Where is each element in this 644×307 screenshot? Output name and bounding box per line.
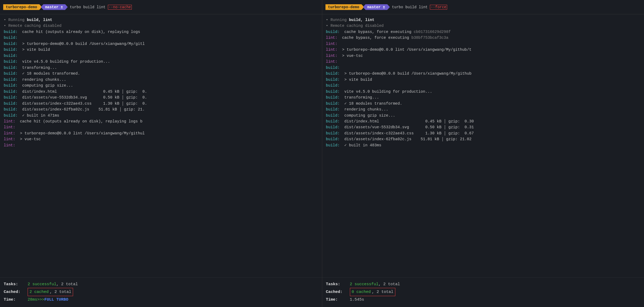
- left-line-4: build:: [4, 35, 318, 41]
- left-line-18: lint: cache hit (outputs already on disk…: [4, 118, 318, 124]
- left-tasks-green: 2 successful: [28, 281, 56, 288]
- left-line-17: build: ✓ built in 471ms: [4, 113, 318, 118]
- right-line-3: build: cache bypass, force executing cb0…: [326, 29, 641, 35]
- right-footer-cached: Cached: 0 cached, 2 total: [326, 288, 641, 296]
- left-turbo-text: FULL TURBO: [44, 296, 68, 303]
- right-cached-value: 0 cached, 2 total: [350, 288, 395, 296]
- right-tasks-label: Tasks:: [326, 281, 350, 288]
- left-line-1: • Running build, lint: [4, 17, 318, 23]
- right-line-14: build: transforming...: [326, 95, 641, 100]
- right-tab-item: turborepo-demo master ± turbo build lint…: [325, 4, 447, 10]
- left-line-6: build: > vite build: [4, 47, 318, 53]
- right-cached-rest: , 2 total: [372, 288, 393, 296]
- left-time-value: 28ms >>> FULL TURBO: [28, 296, 68, 303]
- right-line-20: build: dist/assets/index-c322ae43.css 1.…: [326, 130, 641, 136]
- left-footer-cached: Cached: 2 cached, 2 total: [4, 288, 318, 296]
- left-cached-value: 2 cached, 2 total: [28, 288, 73, 296]
- right-line-8: lint:: [326, 59, 641, 65]
- left-cached-label: Cached:: [4, 288, 28, 296]
- right-line-19: build: dist/assets/vue-5532db34.svg 0.50…: [326, 124, 641, 130]
- right-cached-green: 0 cached: [352, 288, 371, 296]
- left-line-22: lint:: [4, 142, 318, 148]
- right-tab-bar: turborepo-demo master ± turbo build lint…: [322, 0, 644, 14]
- right-footer-tasks: Tasks: 2 successful, 2 total: [326, 281, 641, 288]
- left-line-19: lint:: [4, 124, 318, 130]
- right-line-10: build: > turborepo-demo@0.0.0 build /Use…: [326, 71, 641, 76]
- left-line-14: build: dist/assets/vue-5532db34.svg 0.50…: [4, 95, 318, 100]
- right-line-11: build: > vite build: [326, 77, 641, 83]
- right-line-7: lint: > vue-tsc: [326, 53, 641, 59]
- right-branch-name: master ±: [363, 4, 390, 10]
- left-line-21: lint: > vue-tsc: [4, 136, 318, 142]
- left-cached-box: 2 cached, 2 total: [28, 288, 73, 296]
- left-footer-tasks: Tasks: 2 successful, 2 total: [4, 281, 318, 288]
- left-cached-green: 2 cached: [29, 288, 49, 296]
- right-flag: --force: [430, 5, 447, 10]
- right-line-12: build:: [326, 83, 641, 88]
- right-command: turbo build lint --force: [392, 5, 447, 9]
- left-time-ms: 28ms: [28, 296, 37, 303]
- left-tasks-value: 2 successful, 2 total: [28, 281, 78, 288]
- left-footer-time: Time: 28ms >>> FULL TURBO: [4, 296, 318, 303]
- right-time-value: 1.545s: [350, 296, 364, 303]
- left-line-7: build:: [4, 53, 318, 59]
- left-branch-name: master ±: [41, 4, 68, 10]
- right-line-18: build: dist/index.html 0.45 kB │ gzip: 0…: [326, 118, 641, 124]
- right-line-16: build: rendering chunks...: [326, 106, 641, 112]
- left-time-arrow: >>>: [37, 296, 44, 303]
- right-footer: Tasks: 2 successful, 2 total Cached: 0 c…: [322, 277, 644, 307]
- right-line-9: build:: [326, 65, 641, 71]
- right-tasks-value: 2 successful, 2 total: [350, 281, 400, 288]
- right-terminal: turborepo-demo master ± turbo build lint…: [322, 0, 644, 307]
- left-tab-item: turborepo-demo master ± turbo build lint…: [3, 4, 132, 10]
- right-content: • Running build, lint • Remote caching d…: [322, 14, 644, 277]
- right-tasks-rest: , 2 total: [379, 281, 400, 288]
- left-footer: Tasks: 2 successful, 2 total Cached: 2 c…: [0, 277, 322, 307]
- left-tasks-label: Tasks:: [4, 281, 28, 288]
- right-tasks-green: 2 successful: [350, 281, 379, 288]
- right-line-2: • Remote caching disabled: [326, 23, 641, 29]
- right-footer-time: Time: 1.545s: [326, 296, 641, 303]
- right-line-17: build: computing gzip size...: [326, 113, 641, 118]
- right-line-22: build: ✓ built in 483ms: [326, 142, 641, 148]
- left-command: turbo build lint --no-cache: [70, 5, 132, 9]
- left-line-5: build: > turborepo-demo@0.0.0 build /Use…: [4, 41, 318, 47]
- left-line-9: build: transforming...: [4, 65, 318, 71]
- right-line-15: build: ✓ 18 modules transformed.: [326, 101, 641, 106]
- left-flag: --no-cache: [108, 5, 132, 10]
- right-line-21: build: dist/assets/index-62fba02c.js 51.…: [326, 136, 641, 142]
- left-line-3: build: cache hit (outputs already on dis…: [4, 29, 318, 35]
- left-line-11: build: rendering chunks...: [4, 77, 318, 83]
- left-line-8: build: vite v4.5.0 building for producti…: [4, 59, 318, 65]
- left-tasks-rest: , 2 total: [56, 281, 78, 288]
- right-cached-label: Cached:: [326, 288, 350, 296]
- right-line-6: lint: > turborepo-demo@0.0.0 lint /Users…: [326, 47, 641, 53]
- left-line-16: build: dist/assets/index-62fba02c.js 51.…: [4, 106, 318, 112]
- left-line-15: build: dist/assets/index-c322ae43.css 1.…: [4, 101, 318, 106]
- left-line-2: • Remote caching disabled: [4, 23, 318, 29]
- left-line-13: build: dist/index.html 0.45 kB │ gzip: 0…: [4, 89, 318, 95]
- terminals-container: turborepo-demo master ± turbo build lint…: [0, 0, 644, 307]
- right-line-1: • Running build, lint: [326, 17, 641, 23]
- right-time-label: Time:: [326, 296, 350, 303]
- left-line-20: lint: > turborepo-demo@0.0.0 lint /Users…: [4, 130, 318, 136]
- left-line-12: build: computing gzip size...: [4, 83, 318, 88]
- left-line-10: build: ✓ 18 modules transformed.: [4, 71, 318, 76]
- left-cached-rest: , 2 total: [50, 288, 71, 296]
- right-line-4: lint: cache bypass, force executing b38b…: [326, 35, 641, 41]
- left-repo-name: turborepo-demo: [3, 4, 42, 10]
- left-time-label: Time:: [4, 296, 28, 303]
- left-tab-bar: turborepo-demo master ± turbo build lint…: [0, 0, 322, 14]
- right-line-13: build: vite v4.5.0 building for producti…: [326, 89, 641, 95]
- right-repo-name: turborepo-demo: [325, 4, 364, 10]
- left-terminal: turborepo-demo master ± turbo build lint…: [0, 0, 322, 307]
- right-cached-box: 0 cached, 2 total: [350, 288, 395, 296]
- left-content: • Running build, lint • Remote caching d…: [0, 14, 322, 277]
- right-line-5: lint:: [326, 41, 641, 47]
